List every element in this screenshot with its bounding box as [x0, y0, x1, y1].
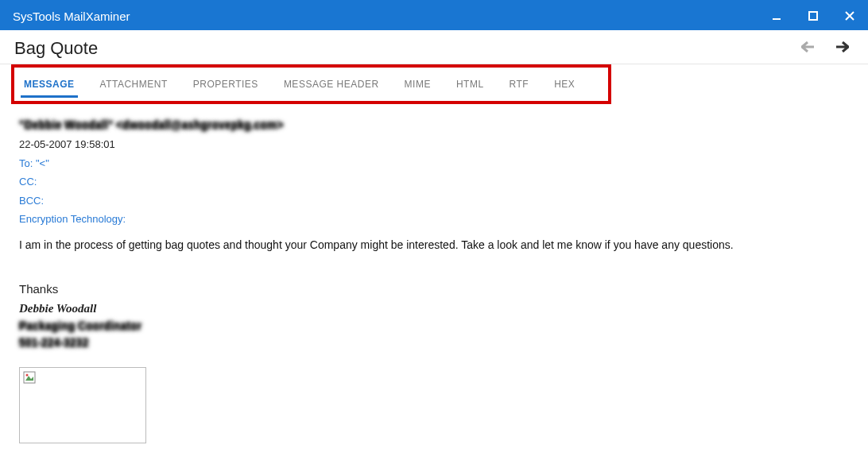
- cc-line: CC:: [19, 174, 849, 190]
- signature: Thanks Debbie Woodall Packaging Coordina…: [19, 280, 849, 351]
- svg-rect-1: [809, 12, 817, 20]
- next-message-button[interactable]: [836, 41, 849, 56]
- date-line: 22-05-2007 19:58:01: [19, 137, 849, 153]
- sig-thanks: Thanks: [19, 280, 849, 299]
- to-value: "<": [36, 157, 49, 169]
- window-controls: [758, 2, 868, 30]
- bcc-line: BCC:: [19, 193, 849, 209]
- app-title: SysTools MailXaminer: [13, 10, 130, 23]
- message-panel: "Debbie Woodall" <dwoodall@ashgrovepkg.c…: [0, 104, 868, 443]
- broken-image-placeholder: [19, 367, 146, 443]
- close-button[interactable]: [831, 2, 868, 30]
- prev-message-button[interactable]: [801, 41, 814, 56]
- tabs-highlight-box: MESSAGE ATTACHMENT PROPERTIES MESSAGE HE…: [11, 64, 611, 104]
- sig-name: Debbie Woodall: [19, 300, 849, 318]
- cc-label: CC:: [19, 176, 37, 188]
- maximize-button[interactable]: [795, 2, 831, 30]
- tab-message-header[interactable]: MESSAGE HEADER: [281, 74, 382, 98]
- encryption-label: Encryption Technology:: [19, 213, 126, 225]
- email-subject: Bag Quote: [14, 38, 98, 59]
- bcc-label: BCC:: [19, 195, 44, 207]
- tab-hex[interactable]: HEX: [551, 74, 578, 98]
- subject-bar: Bag Quote: [0, 30, 868, 64]
- view-tabs: MESSAGE ATTACHMENT PROPERTIES MESSAGE HE…: [14, 68, 584, 101]
- tab-html[interactable]: HTML: [453, 74, 487, 98]
- svg-rect-0: [773, 18, 781, 20]
- message-body: I am in the process of getting bag quote…: [19, 237, 849, 253]
- svg-point-4: [26, 373, 29, 376]
- sig-title: Packaging Coordinator: [19, 318, 849, 335]
- tab-properties[interactable]: PROPERTIES: [190, 74, 262, 98]
- tab-attachment[interactable]: ATTACHMENT: [97, 74, 171, 98]
- broken-image-icon: [23, 371, 36, 384]
- from-line: "Debbie Woodall" <dwoodall@ashgrovepkg.c…: [19, 117, 849, 133]
- svg-marker-3: [25, 376, 33, 381]
- to-line: To: "<": [19, 156, 849, 172]
- tab-mime[interactable]: MIME: [401, 74, 434, 98]
- encryption-line: Encryption Technology:: [19, 211, 849, 227]
- minimize-button[interactable]: [758, 2, 795, 30]
- nav-arrows: [801, 41, 854, 56]
- tab-message[interactable]: MESSAGE: [21, 74, 78, 98]
- tab-rtf[interactable]: RTF: [506, 74, 533, 98]
- sig-phone: 501-224-3232: [19, 335, 849, 351]
- titlebar: SysTools MailXaminer: [0, 2, 868, 30]
- to-label: To:: [19, 157, 33, 169]
